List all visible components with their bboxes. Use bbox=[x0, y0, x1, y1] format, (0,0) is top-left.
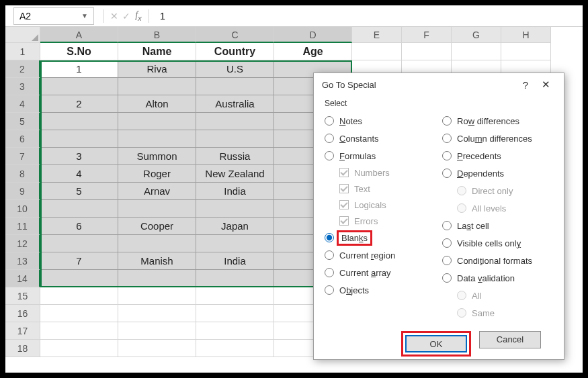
cell[interactable] bbox=[40, 78, 118, 95]
cell[interactable]: Australia bbox=[196, 95, 274, 113]
cell[interactable] bbox=[196, 113, 274, 130]
cell[interactable] bbox=[40, 130, 118, 148]
option-data-validation[interactable]: Data validation bbox=[442, 269, 553, 287]
option-last-cell[interactable]: Last cell bbox=[442, 217, 553, 234]
cell[interactable]: 7 bbox=[40, 252, 118, 270]
cell[interactable] bbox=[40, 305, 118, 322]
cell[interactable] bbox=[196, 287, 274, 305]
cell[interactable] bbox=[40, 200, 118, 218]
cell[interactable] bbox=[118, 113, 196, 130]
option-blanks[interactable]: Blanks bbox=[325, 229, 435, 246]
cell[interactable] bbox=[196, 235, 274, 252]
cell[interactable] bbox=[196, 322, 274, 340]
cell[interactable]: 6 bbox=[40, 218, 118, 235]
col-header-f[interactable]: F bbox=[402, 27, 452, 43]
option-column-differences[interactable]: Column differences bbox=[442, 130, 553, 147]
row-header[interactable]: 10 bbox=[5, 200, 40, 218]
row-header[interactable]: 6 bbox=[5, 130, 40, 148]
cell[interactable] bbox=[40, 287, 118, 305]
col-header-h[interactable]: H bbox=[501, 27, 551, 43]
col-header-c[interactable]: C bbox=[196, 27, 274, 43]
cell[interactable]: 2 bbox=[40, 95, 118, 113]
cell[interactable]: Russia bbox=[196, 148, 274, 165]
option-conditional-formats[interactable]: Conditional formats bbox=[442, 252, 553, 269]
row-header[interactable]: 11 bbox=[5, 218, 40, 235]
col-header-b[interactable]: B bbox=[118, 27, 196, 43]
option-precedents[interactable]: Precedents bbox=[442, 147, 553, 164]
cell[interactable] bbox=[118, 200, 196, 218]
close-icon[interactable]: ✕ bbox=[536, 79, 556, 91]
cell[interactable] bbox=[118, 340, 196, 357]
cell[interactable]: 4 bbox=[40, 165, 118, 183]
cell[interactable]: S.No bbox=[40, 43, 118, 60]
col-header-a[interactable]: A bbox=[40, 27, 118, 43]
row-header[interactable]: 12 bbox=[5, 235, 40, 252]
cell[interactable] bbox=[452, 43, 501, 60]
cell[interactable] bbox=[40, 270, 118, 287]
ok-button[interactable]: OK bbox=[405, 335, 467, 352]
cell[interactable] bbox=[196, 270, 274, 287]
cell[interactable]: Age bbox=[274, 43, 352, 60]
row-header[interactable]: 7 bbox=[5, 148, 40, 165]
row-header[interactable]: 18 bbox=[5, 340, 40, 357]
cell[interactable] bbox=[402, 43, 452, 60]
option-constants[interactable]: Constants bbox=[325, 130, 435, 147]
cell[interactable]: Roger bbox=[118, 165, 196, 183]
cell[interactable] bbox=[118, 130, 196, 148]
formula-input[interactable]: 1 bbox=[153, 11, 583, 21]
option-row-differences[interactable]: Row differences bbox=[442, 112, 553, 130]
row-header[interactable]: 1 bbox=[5, 43, 40, 60]
option-objects[interactable]: Objects bbox=[325, 281, 435, 299]
col-header-g[interactable]: G bbox=[452, 27, 501, 43]
fx-icon[interactable]: fx bbox=[132, 10, 144, 22]
cell[interactable]: Name bbox=[118, 43, 196, 60]
row-header[interactable]: 3 bbox=[5, 78, 40, 95]
cell[interactable]: India bbox=[196, 252, 274, 270]
cell[interactable] bbox=[196, 200, 274, 218]
option-notes[interactable]: Notes bbox=[325, 112, 435, 130]
cell[interactable]: Alton bbox=[118, 95, 196, 113]
cell[interactable] bbox=[40, 235, 118, 252]
row-header[interactable]: 2 bbox=[5, 60, 40, 78]
row-header[interactable]: 8 bbox=[5, 165, 40, 183]
cell[interactable]: Arnav bbox=[118, 183, 196, 200]
cell[interactable] bbox=[196, 78, 274, 95]
chevron-down-icon[interactable]: ▼ bbox=[81, 12, 88, 19]
row-header[interactable]: 17 bbox=[5, 322, 40, 340]
cell[interactable] bbox=[196, 340, 274, 357]
row-header[interactable]: 4 bbox=[5, 95, 40, 113]
cell[interactable]: Manish bbox=[118, 252, 196, 270]
cell-active[interactable]: 1 bbox=[40, 60, 118, 78]
col-header-e[interactable]: E bbox=[352, 27, 402, 43]
cell[interactable] bbox=[40, 113, 118, 130]
help-icon[interactable]: ? bbox=[515, 79, 536, 91]
row-header[interactable]: 15 bbox=[5, 287, 40, 305]
cell[interactable] bbox=[118, 235, 196, 252]
cancel-button[interactable]: Cancel bbox=[479, 331, 541, 348]
cell[interactable]: Cooper bbox=[118, 218, 196, 235]
row-header[interactable]: 16 bbox=[5, 305, 40, 322]
cell[interactable]: India bbox=[196, 183, 274, 200]
cell[interactable]: U.S bbox=[196, 60, 274, 78]
cell[interactable] bbox=[118, 78, 196, 95]
cell[interactable]: Country bbox=[196, 43, 274, 60]
cell[interactable]: New Zealand bbox=[196, 165, 274, 183]
cell[interactable] bbox=[118, 270, 196, 287]
cell[interactable] bbox=[196, 130, 274, 148]
option-visible-cells[interactable]: Visible cells only bbox=[442, 234, 553, 252]
cell[interactable] bbox=[196, 305, 274, 322]
row-header[interactable]: 5 bbox=[5, 113, 40, 130]
col-header-d[interactable]: D bbox=[274, 27, 352, 43]
cell[interactable]: Riva bbox=[118, 60, 196, 78]
select-all-corner[interactable] bbox=[5, 27, 40, 43]
row-header[interactable]: 13 bbox=[5, 252, 40, 270]
cell[interactable] bbox=[118, 287, 196, 305]
option-formulas[interactable]: Formulas bbox=[325, 147, 435, 164]
option-dependents[interactable]: Dependents bbox=[442, 164, 553, 182]
cell[interactable] bbox=[501, 43, 551, 60]
cell[interactable]: Japan bbox=[196, 218, 274, 235]
option-current-region[interactable]: Current region bbox=[325, 246, 435, 264]
cell[interactable] bbox=[352, 43, 402, 60]
cell[interactable] bbox=[118, 305, 196, 322]
name-box[interactable]: A2 ▼ bbox=[13, 7, 94, 25]
